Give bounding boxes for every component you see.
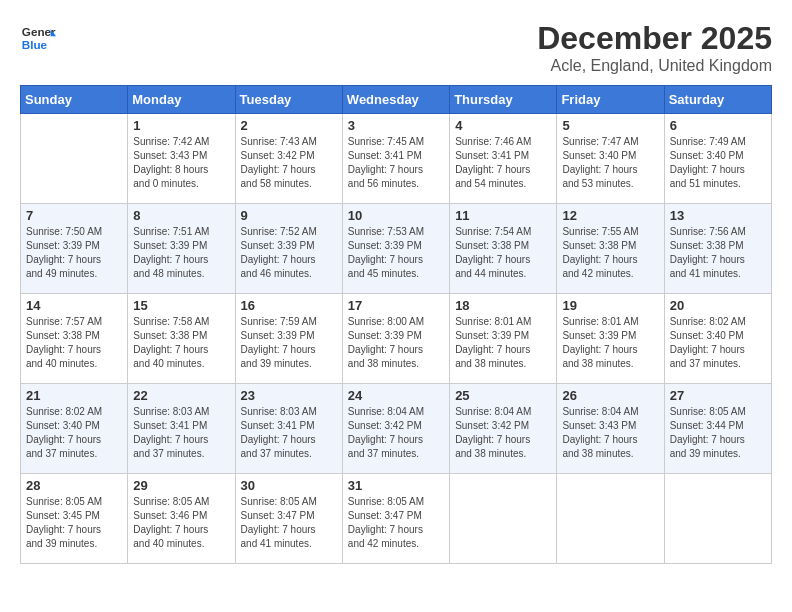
day-info: Sunrise: 7:52 AM Sunset: 3:39 PM Dayligh… [241,225,337,281]
day-number: 19 [562,298,658,313]
day-number: 1 [133,118,229,133]
weekday-header-tuesday: Tuesday [235,86,342,114]
day-info: Sunrise: 7:51 AM Sunset: 3:39 PM Dayligh… [133,225,229,281]
day-number: 29 [133,478,229,493]
day-info: Sunrise: 7:47 AM Sunset: 3:40 PM Dayligh… [562,135,658,191]
week-row-2: 7Sunrise: 7:50 AM Sunset: 3:39 PM Daylig… [21,204,772,294]
day-number: 8 [133,208,229,223]
calendar-cell: 25Sunrise: 8:04 AM Sunset: 3:42 PM Dayli… [450,384,557,474]
day-number: 24 [348,388,444,403]
calendar-cell: 4Sunrise: 7:46 AM Sunset: 3:41 PM Daylig… [450,114,557,204]
calendar-cell [557,474,664,564]
calendar-title: December 2025 [537,20,772,57]
day-info: Sunrise: 7:45 AM Sunset: 3:41 PM Dayligh… [348,135,444,191]
week-row-5: 28Sunrise: 8:05 AM Sunset: 3:45 PM Dayli… [21,474,772,564]
logo: General Blue [20,20,56,56]
day-number: 11 [455,208,551,223]
day-info: Sunrise: 8:04 AM Sunset: 3:42 PM Dayligh… [348,405,444,461]
day-number: 25 [455,388,551,403]
day-number: 6 [670,118,766,133]
day-number: 9 [241,208,337,223]
day-info: Sunrise: 8:05 AM Sunset: 3:47 PM Dayligh… [241,495,337,551]
day-info: Sunrise: 8:05 AM Sunset: 3:44 PM Dayligh… [670,405,766,461]
calendar-cell: 17Sunrise: 8:00 AM Sunset: 3:39 PM Dayli… [342,294,449,384]
calendar-cell: 31Sunrise: 8:05 AM Sunset: 3:47 PM Dayli… [342,474,449,564]
day-number: 4 [455,118,551,133]
day-number: 20 [670,298,766,313]
day-number: 14 [26,298,122,313]
day-number: 31 [348,478,444,493]
day-info: Sunrise: 8:04 AM Sunset: 3:43 PM Dayligh… [562,405,658,461]
day-info: Sunrise: 8:03 AM Sunset: 3:41 PM Dayligh… [241,405,337,461]
day-info: Sunrise: 8:05 AM Sunset: 3:46 PM Dayligh… [133,495,229,551]
day-number: 22 [133,388,229,403]
weekday-header-monday: Monday [128,86,235,114]
day-number: 3 [348,118,444,133]
day-number: 15 [133,298,229,313]
day-number: 12 [562,208,658,223]
day-info: Sunrise: 8:01 AM Sunset: 3:39 PM Dayligh… [455,315,551,371]
day-number: 30 [241,478,337,493]
calendar-cell: 1Sunrise: 7:42 AM Sunset: 3:43 PM Daylig… [128,114,235,204]
calendar-cell: 14Sunrise: 7:57 AM Sunset: 3:38 PM Dayli… [21,294,128,384]
day-number: 2 [241,118,337,133]
week-row-1: 1Sunrise: 7:42 AM Sunset: 3:43 PM Daylig… [21,114,772,204]
day-number: 26 [562,388,658,403]
weekday-header-row: SundayMondayTuesdayWednesdayThursdayFrid… [21,86,772,114]
calendar-cell: 29Sunrise: 8:05 AM Sunset: 3:46 PM Dayli… [128,474,235,564]
calendar-cell: 28Sunrise: 8:05 AM Sunset: 3:45 PM Dayli… [21,474,128,564]
calendar-cell: 20Sunrise: 8:02 AM Sunset: 3:40 PM Dayli… [664,294,771,384]
calendar-cell: 6Sunrise: 7:49 AM Sunset: 3:40 PM Daylig… [664,114,771,204]
day-number: 17 [348,298,444,313]
day-number: 13 [670,208,766,223]
calendar-cell: 5Sunrise: 7:47 AM Sunset: 3:40 PM Daylig… [557,114,664,204]
calendar-cell: 3Sunrise: 7:45 AM Sunset: 3:41 PM Daylig… [342,114,449,204]
day-info: Sunrise: 7:43 AM Sunset: 3:42 PM Dayligh… [241,135,337,191]
calendar-cell: 10Sunrise: 7:53 AM Sunset: 3:39 PM Dayli… [342,204,449,294]
day-number: 18 [455,298,551,313]
calendar-table: SundayMondayTuesdayWednesdayThursdayFrid… [20,85,772,564]
calendar-cell: 24Sunrise: 8:04 AM Sunset: 3:42 PM Dayli… [342,384,449,474]
week-row-4: 21Sunrise: 8:02 AM Sunset: 3:40 PM Dayli… [21,384,772,474]
calendar-cell [450,474,557,564]
day-info: Sunrise: 7:50 AM Sunset: 3:39 PM Dayligh… [26,225,122,281]
day-info: Sunrise: 8:00 AM Sunset: 3:39 PM Dayligh… [348,315,444,371]
title-block: December 2025 Acle, England, United King… [537,20,772,75]
svg-text:Blue: Blue [22,38,48,51]
calendar-cell [664,474,771,564]
calendar-cell: 23Sunrise: 8:03 AM Sunset: 3:41 PM Dayli… [235,384,342,474]
weekday-header-sunday: Sunday [21,86,128,114]
day-info: Sunrise: 8:05 AM Sunset: 3:45 PM Dayligh… [26,495,122,551]
calendar-cell: 7Sunrise: 7:50 AM Sunset: 3:39 PM Daylig… [21,204,128,294]
weekday-header-wednesday: Wednesday [342,86,449,114]
day-info: Sunrise: 7:49 AM Sunset: 3:40 PM Dayligh… [670,135,766,191]
day-info: Sunrise: 7:42 AM Sunset: 3:43 PM Dayligh… [133,135,229,191]
calendar-subtitle: Acle, England, United Kingdom [537,57,772,75]
day-info: Sunrise: 7:55 AM Sunset: 3:38 PM Dayligh… [562,225,658,281]
day-info: Sunrise: 8:02 AM Sunset: 3:40 PM Dayligh… [26,405,122,461]
logo-icon: General Blue [20,20,56,56]
calendar-cell: 16Sunrise: 7:59 AM Sunset: 3:39 PM Dayli… [235,294,342,384]
calendar-cell: 11Sunrise: 7:54 AM Sunset: 3:38 PM Dayli… [450,204,557,294]
day-number: 21 [26,388,122,403]
calendar-cell: 19Sunrise: 8:01 AM Sunset: 3:39 PM Dayli… [557,294,664,384]
calendar-cell: 21Sunrise: 8:02 AM Sunset: 3:40 PM Dayli… [21,384,128,474]
day-info: Sunrise: 7:59 AM Sunset: 3:39 PM Dayligh… [241,315,337,371]
day-number: 5 [562,118,658,133]
calendar-cell: 22Sunrise: 8:03 AM Sunset: 3:41 PM Dayli… [128,384,235,474]
calendar-cell: 12Sunrise: 7:55 AM Sunset: 3:38 PM Dayli… [557,204,664,294]
calendar-cell: 2Sunrise: 7:43 AM Sunset: 3:42 PM Daylig… [235,114,342,204]
day-number: 16 [241,298,337,313]
day-info: Sunrise: 8:05 AM Sunset: 3:47 PM Dayligh… [348,495,444,551]
day-info: Sunrise: 8:04 AM Sunset: 3:42 PM Dayligh… [455,405,551,461]
day-info: Sunrise: 8:01 AM Sunset: 3:39 PM Dayligh… [562,315,658,371]
day-info: Sunrise: 7:58 AM Sunset: 3:38 PM Dayligh… [133,315,229,371]
calendar-cell [21,114,128,204]
day-info: Sunrise: 7:57 AM Sunset: 3:38 PM Dayligh… [26,315,122,371]
day-number: 27 [670,388,766,403]
calendar-cell: 18Sunrise: 8:01 AM Sunset: 3:39 PM Dayli… [450,294,557,384]
page-header: General Blue December 2025 Acle, England… [20,20,772,75]
day-number: 23 [241,388,337,403]
day-number: 28 [26,478,122,493]
day-info: Sunrise: 8:03 AM Sunset: 3:41 PM Dayligh… [133,405,229,461]
